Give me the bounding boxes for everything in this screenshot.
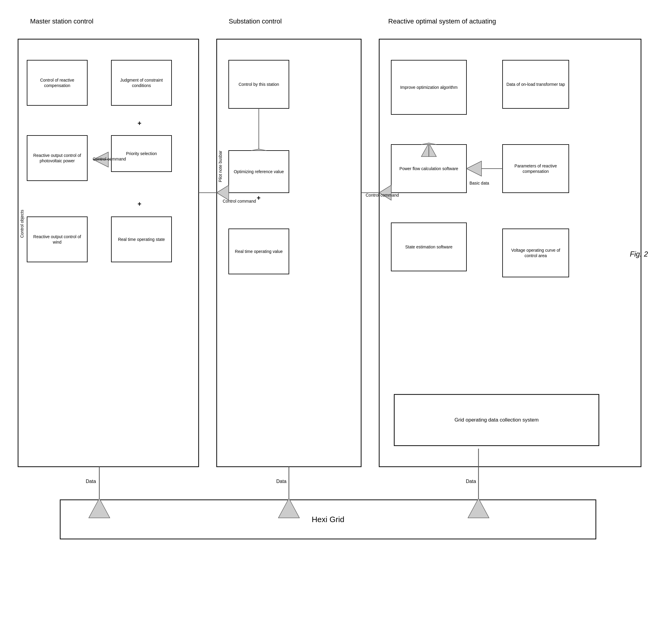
svg-marker-37: [466, 161, 481, 176]
data-on-load-box: Data of on-load transformer tap: [503, 60, 569, 109]
substation-header: Substation control: [229, 18, 282, 25]
priority-selection-box: Priority selection: [111, 136, 171, 172]
master-station-header: Master station control: [30, 18, 93, 25]
judgment-box: Judgment of constraint conditions: [111, 60, 171, 106]
power-flow-box: Power flow calculation software: [391, 144, 466, 193]
data-label-sub: Data: [276, 479, 287, 484]
state-estimation-box: State estimation software: [391, 223, 466, 271]
real-time-operating-box: Real time operating value: [229, 229, 289, 274]
control-by-station-box: Control by this station: [229, 60, 289, 109]
real-time-state-box: Real time operating state: [111, 217, 171, 262]
pilot-note-busbar-label: Pilot note busbar: [218, 150, 223, 182]
control-reactive-box: Control of reactive compensation: [27, 60, 87, 106]
reactive-wind-box: Reactive output control of wind: [27, 217, 87, 262]
hexi-grid-label: Hexi Grid: [60, 500, 596, 539]
plus-sign-master-2: +: [138, 200, 141, 208]
control-command-label-sub: Control command: [223, 199, 256, 204]
grid-operating-box: Grid operating data collection system: [394, 394, 599, 446]
reactive-optimal-header: Reactive optimal system of actuating: [388, 18, 496, 25]
data-label-master: Data: [86, 479, 96, 484]
basic-data-label: Basic data: [470, 181, 489, 185]
control-objects-label: Control objects: [20, 147, 24, 238]
plus-sign-sub: +: [257, 194, 261, 202]
parameters-reactive-box: Parameters of reactive compensation: [503, 144, 569, 193]
svg-marker-28: [217, 185, 229, 200]
control-command-label-master: Control command: [93, 157, 126, 161]
plus-sign-master-1: +: [138, 119, 141, 127]
reactive-photovoltaic-box: Reactive output control of photovoltaic …: [27, 136, 87, 181]
voltage-operating-box: Voltage operating curve of control area: [503, 229, 569, 277]
data-label-reactive: Data: [466, 479, 476, 484]
fig-label: Fig. 2: [630, 250, 648, 258]
control-command-label-reactive: Control command: [366, 193, 399, 197]
improve-optimization-box: Improve optimization algorithm: [391, 60, 466, 114]
optimizing-reference-box: Optimizing reference value: [229, 150, 289, 193]
